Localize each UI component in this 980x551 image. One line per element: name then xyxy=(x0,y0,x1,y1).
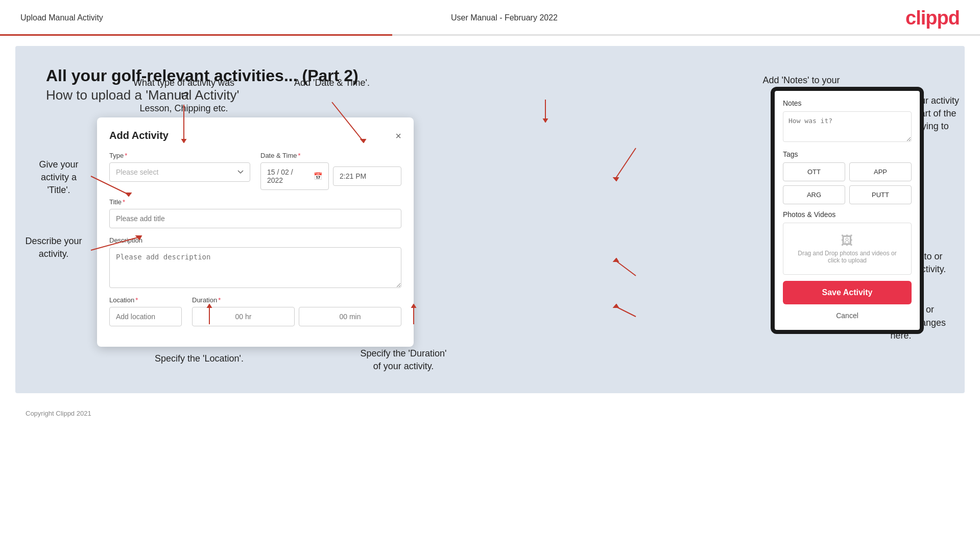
datetime-annotation: Add 'Date & Time'. xyxy=(281,77,383,89)
upload-text: Drag and Drop photos and videos or click… xyxy=(794,250,901,264)
duration-label: Duration* xyxy=(192,296,401,304)
duration-bottom-annotation: Specify the 'Duration'of your activity. xyxy=(337,347,470,373)
date-input-group: 15 / 02 / 2022 📅 2:21 PM xyxy=(260,162,401,190)
copyright-text: Copyright Clippd 2021 xyxy=(26,410,91,417)
title-group: Title* xyxy=(109,198,401,228)
add-activity-modal: Add Activity × Type* Please select Date … xyxy=(97,117,414,347)
description-input[interactable] xyxy=(109,247,401,288)
location-input[interactable] xyxy=(109,307,182,326)
phone-content: Notes Tags OTT APP ARG PUTT Photos & Vid… xyxy=(775,91,920,330)
notes-section-label: Notes xyxy=(783,99,912,107)
title-label: Title* xyxy=(109,198,401,206)
logo: clippd xyxy=(905,7,960,29)
time-field[interactable]: 2:21 PM xyxy=(333,166,401,186)
location-bottom-annotation: Specify the 'Location'. xyxy=(148,352,250,365)
description-row: Description xyxy=(109,236,401,288)
top-bar: Upload Manual Activity User Manual - Feb… xyxy=(0,0,980,36)
describe-annotation: Describe youractivity. xyxy=(18,235,89,260)
duration-group: Duration* xyxy=(192,296,401,326)
svg-line-9 xyxy=(615,306,636,317)
tags-grid: OTT APP ARG PUTT xyxy=(783,162,912,204)
page-nav-title: Upload Manual Activity xyxy=(20,13,103,22)
photos-upload-area[interactable]: 🖼 Drag and Drop photos and videos or cli… xyxy=(783,223,912,275)
duration-min-input[interactable] xyxy=(299,307,401,326)
location-group: Location* xyxy=(109,296,182,326)
footer: Copyright Clippd 2021 xyxy=(0,403,980,423)
tag-arg[interactable]: ARG xyxy=(783,185,845,204)
date-field[interactable]: 15 / 02 / 2022 📅 xyxy=(260,162,329,190)
phone-screen: Notes Tags OTT APP ARG PUTT Photos & Vid… xyxy=(771,87,924,334)
modal-title: Add Activity xyxy=(109,130,169,141)
modal-header: Add Activity × xyxy=(109,130,401,141)
tag-putt[interactable]: PUTT xyxy=(849,185,912,204)
title-input[interactable] xyxy=(109,209,401,228)
type-label: Type* xyxy=(109,152,250,159)
tags-section-label: Tags xyxy=(783,150,912,158)
description-label: Description xyxy=(109,236,401,244)
duration-hr-input[interactable] xyxy=(192,307,295,326)
tag-app[interactable]: APP xyxy=(849,162,912,181)
datetime-group: Date & Time* 15 / 02 / 2022 📅 2:21 PM xyxy=(260,152,401,190)
modal-close-button[interactable]: × xyxy=(395,131,401,141)
upload-icon: 🖼 xyxy=(794,233,901,248)
main-content: All your golf-relevant activities... (Pa… xyxy=(15,46,965,393)
svg-line-7 xyxy=(615,148,636,179)
description-group: Description xyxy=(109,236,401,288)
tag-ott[interactable]: OTT xyxy=(783,162,845,181)
type-annotation: What type of activity was it?Lesson, Chi… xyxy=(133,77,235,115)
datetime-label: Date & Time* xyxy=(260,152,401,159)
photos-section-label: Photos & Videos xyxy=(783,210,912,219)
duration-inputs xyxy=(192,307,401,326)
cancel-link[interactable]: Cancel xyxy=(783,309,912,322)
give-title-annotation: Give your activity a'Title'. xyxy=(26,158,92,197)
location-duration-row: Location* Duration* xyxy=(109,296,401,326)
location-label: Location* xyxy=(109,296,182,304)
type-datetime-row: Type* Please select Date & Time* 15 / 02… xyxy=(109,152,401,190)
type-select[interactable]: Please select xyxy=(109,162,250,182)
title-row: Title* xyxy=(109,198,401,228)
save-activity-button[interactable]: Save Activity xyxy=(783,281,912,304)
manual-title: User Manual - February 2022 xyxy=(451,13,558,22)
phone-panel: Notes Tags OTT APP ARG PUTT Photos & Vid… xyxy=(771,87,924,334)
notes-input[interactable] xyxy=(783,111,912,142)
calendar-icon: 📅 xyxy=(314,172,322,180)
type-group: Type* Please select xyxy=(109,152,250,190)
svg-line-8 xyxy=(615,260,636,276)
